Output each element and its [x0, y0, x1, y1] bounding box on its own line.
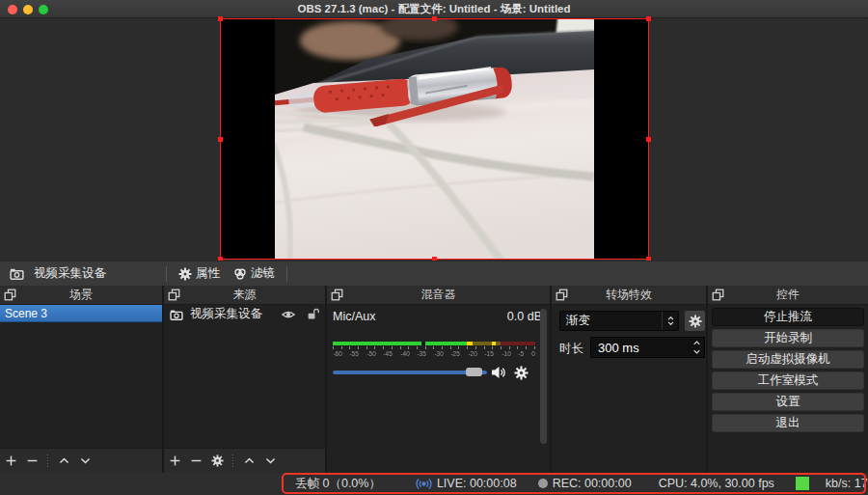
source-down-button[interactable]	[259, 452, 281, 471]
fader-handle[interactable]	[466, 368, 482, 376]
properties-button[interactable]: 属性	[178, 265, 220, 282]
mixer-dock-title: 混音器	[327, 287, 550, 303]
mixer-scrollbar[interactable]	[540, 309, 547, 444]
scene-up-button[interactable]	[53, 452, 74, 471]
start-recording-button[interactable]: 开始录制	[712, 329, 864, 347]
controls-dock-title: 控件	[708, 287, 868, 303]
source-properties-button[interactable]	[206, 452, 228, 471]
scene-down-button[interactable]	[74, 452, 95, 471]
transitions-dock-title: 转场特效	[552, 287, 706, 303]
resize-handle-mr[interactable]	[646, 137, 651, 142]
sources-list: 视频采集设备	[164, 305, 325, 448]
resize-handle-tr[interactable]	[646, 16, 651, 21]
gear-icon	[689, 315, 702, 328]
sources-dock: 来源 视频采集设备	[164, 286, 325, 473]
separator	[47, 454, 48, 468]
minimize-button[interactable]	[23, 5, 33, 14]
meter-tick-labels: -60-55 -50-45 -40-35 -30-25 -20-15 -10-5…	[333, 350, 535, 357]
volume-meter: -60-55 -50-45 -40-35 -30-25 -20-15 -10-5…	[333, 342, 535, 357]
camera-icon	[10, 266, 24, 281]
dock-float-icon	[4, 289, 16, 301]
scenes-list: Scene 3	[0, 305, 162, 448]
remove-scene-button[interactable]	[21, 452, 42, 471]
preview-area	[0, 19, 868, 261]
transition-select[interactable]: 渐变	[559, 311, 679, 331]
context-source-name: 视频采集设备	[34, 265, 106, 282]
transitions-body: 渐变 时长 300 ms	[552, 305, 706, 473]
controls-dock-header[interactable]: 控件	[708, 286, 868, 305]
add-scene-button[interactable]	[0, 452, 21, 471]
dock-float-icon	[712, 289, 724, 301]
transition-select-arrows	[662, 312, 678, 330]
dock-float-icon	[556, 289, 568, 301]
scenes-dock-title: 场景	[0, 287, 162, 303]
annotation-highlight-box	[282, 473, 866, 494]
volume-fader[interactable]	[333, 365, 539, 380]
sources-dock-title: 来源	[164, 287, 325, 303]
source-up-button[interactable]	[238, 452, 259, 471]
resize-handle-tl[interactable]	[218, 16, 223, 21]
speaker-icon[interactable]	[491, 365, 506, 380]
lock-open-icon[interactable]	[307, 308, 319, 320]
properties-label: 属性	[196, 265, 220, 282]
scenes-toolbar	[0, 448, 162, 473]
sources-toolbar	[164, 448, 325, 473]
scenes-dock: 场景 Scene 3	[0, 286, 162, 473]
scene-name: Scene 3	[5, 307, 47, 320]
studio-mode-button[interactable]: 工作室模式	[712, 371, 864, 390]
window-title: OBS 27.1.3 (mac) - 配置文件: Untitled - 场景: …	[297, 2, 570, 16]
fader-track	[333, 371, 487, 374]
context-bar: 视频采集设备 属性 滤镜	[0, 261, 868, 286]
dock-area: 场景 Scene 3 来源	[0, 286, 868, 473]
transition-selected-value: 渐变	[560, 313, 662, 329]
mixer-body: Mic/Aux 0.0 dB -60-55 -50-	[327, 305, 550, 473]
close-button[interactable]	[8, 5, 17, 14]
dock-float-icon	[168, 289, 180, 301]
dock-float-icon	[331, 289, 343, 301]
status-bar: 丢帧 0（0.0%） LIVE: 00:00:08 REC: 00:00:00 …	[0, 473, 868, 495]
exit-button[interactable]: 退出	[712, 414, 864, 432]
remove-source-button[interactable]	[185, 452, 206, 471]
mixer-gear-icon[interactable]	[514, 366, 529, 380]
stop-streaming-button[interactable]: 停止推流	[712, 308, 864, 326]
obs-window: OBS 27.1.3 (mac) - 配置文件: Untitled - 场景: …	[0, 0, 868, 495]
transition-properties-button[interactable]	[685, 311, 705, 331]
filters-button[interactable]: 滤镜	[233, 265, 275, 282]
resize-handle-tc[interactable]	[432, 16, 437, 21]
sources-dock-header[interactable]: 来源	[164, 286, 325, 305]
filter-icon	[233, 267, 247, 281]
duration-value: 300 ms	[591, 341, 690, 355]
mixer-channel-name: Mic/Aux	[333, 310, 375, 323]
duration-label: 时长	[559, 341, 583, 357]
controls-body: 停止推流 开始录制 启动虚拟摄像机 工作室模式 设置 退出	[708, 305, 868, 473]
add-source-button[interactable]	[164, 452, 185, 471]
separator	[286, 266, 287, 282]
transitions-dock-header[interactable]: 转场特效	[552, 286, 706, 305]
visibility-eye-icon[interactable]	[282, 308, 295, 321]
gear-icon	[178, 267, 192, 281]
duration-spinbox[interactable]: 300 ms	[590, 337, 705, 358]
controls-dock: 控件 停止推流 开始录制 启动虚拟摄像机 工作室模式 设置 退出	[708, 286, 868, 473]
source-name: 视频采集设备	[190, 306, 282, 322]
settings-button[interactable]: 设置	[712, 393, 864, 411]
mixer-level-db: 0.0 dB	[507, 310, 542, 323]
separator	[166, 266, 167, 282]
preview-canvas[interactable]	[221, 19, 648, 259]
filters-label: 滤镜	[251, 265, 275, 282]
transitions-dock: 转场特效 渐变 时长 300 ms	[552, 286, 706, 473]
start-virtual-camera-button[interactable]: 启动虚拟摄像机	[712, 350, 864, 369]
source-item[interactable]: 视频采集设备	[164, 305, 325, 323]
zoom-button[interactable]	[39, 5, 48, 14]
separator	[232, 454, 233, 468]
duration-spin-arrows[interactable]	[690, 339, 704, 356]
mixer-dock: 混音器 Mic/Aux 0.0 dB	[327, 286, 550, 473]
scene-item-selected[interactable]: Scene 3	[0, 305, 162, 322]
meter-ticks	[333, 346, 535, 349]
scenes-dock-header[interactable]: 场景	[0, 286, 162, 305]
resize-handle-ml[interactable]	[218, 137, 223, 142]
camera-preview-photo	[275, 19, 594, 259]
camera-icon	[170, 308, 183, 321]
mixer-dock-header[interactable]: 混音器	[327, 286, 550, 305]
